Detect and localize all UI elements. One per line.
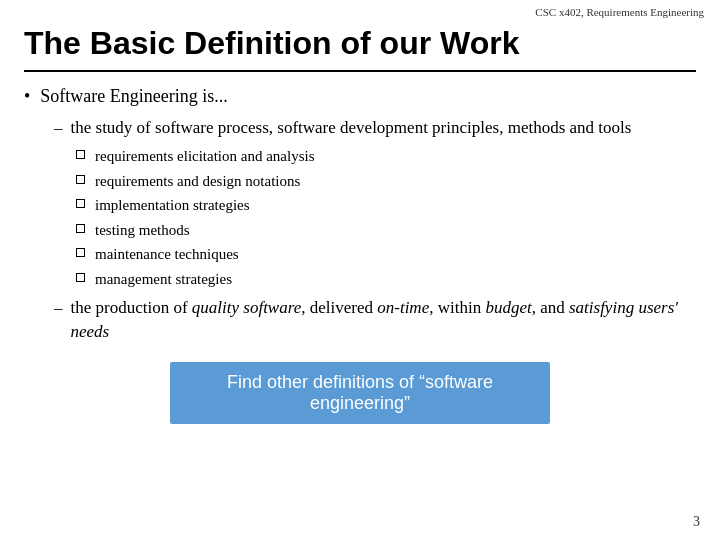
dash-text-2: the production of quality software, deli… <box>71 296 697 344</box>
title-section: The Basic Definition of our Work <box>0 20 720 70</box>
sub-item-text-3: implementation strategies <box>95 194 250 217</box>
sub-item-text-6: management strategies <box>95 268 232 291</box>
dash-symbol-1: – <box>54 116 63 140</box>
dash-text-1: the study of software process, software … <box>71 116 632 140</box>
page-number: 3 <box>693 514 700 530</box>
dash-symbol-2: – <box>54 296 63 320</box>
square-bullet-icon <box>76 175 85 184</box>
sub-item-text-2: requirements and design notations <box>95 170 300 193</box>
dash-item-2: – the production of quality software, de… <box>54 296 696 344</box>
content-section: • Software Engineering is... – the study… <box>0 84 720 344</box>
course-label: CSC x402, Requirements Engineering <box>535 6 704 18</box>
square-bullet-icon <box>76 273 85 282</box>
callout-box: Find other definitions of “software engi… <box>170 362 550 424</box>
italic-satisfying: satisfying users' needs <box>71 298 678 341</box>
italic-ontime: on-time <box>377 298 429 317</box>
list-item: implementation strategies <box>76 194 696 217</box>
square-bullet-icon <box>76 224 85 233</box>
page-title: The Basic Definition of our Work <box>24 24 696 62</box>
square-bullet-icon <box>76 150 85 159</box>
header-top: CSC x402, Requirements Engineering <box>0 0 720 20</box>
sub-item-text-4: testing methods <box>95 219 190 242</box>
square-bullet-icon <box>76 199 85 208</box>
list-item: maintenance techniques <box>76 243 696 266</box>
italic-budget: budget <box>485 298 531 317</box>
square-bullet-icon <box>76 248 85 257</box>
bullet-symbol: • <box>24 84 30 109</box>
callout-text: Find other definitions of “software engi… <box>227 372 493 413</box>
sub-item-text-1: requirements elicitation and analysis <box>95 145 315 168</box>
list-item: management strategies <box>76 268 696 291</box>
main-bullet: • Software Engineering is... <box>24 84 696 109</box>
dash-item-1: – the study of software process, softwar… <box>54 116 696 140</box>
main-bullet-text: Software Engineering is... <box>40 84 227 109</box>
sub-item-text-5: maintenance techniques <box>95 243 239 266</box>
italic-quality: quality software <box>192 298 301 317</box>
sub-list: requirements elicitation and analysis re… <box>76 145 696 290</box>
list-item: requirements and design notations <box>76 170 696 193</box>
list-item: testing methods <box>76 219 696 242</box>
divider <box>24 70 696 72</box>
list-item: requirements elicitation and analysis <box>76 145 696 168</box>
